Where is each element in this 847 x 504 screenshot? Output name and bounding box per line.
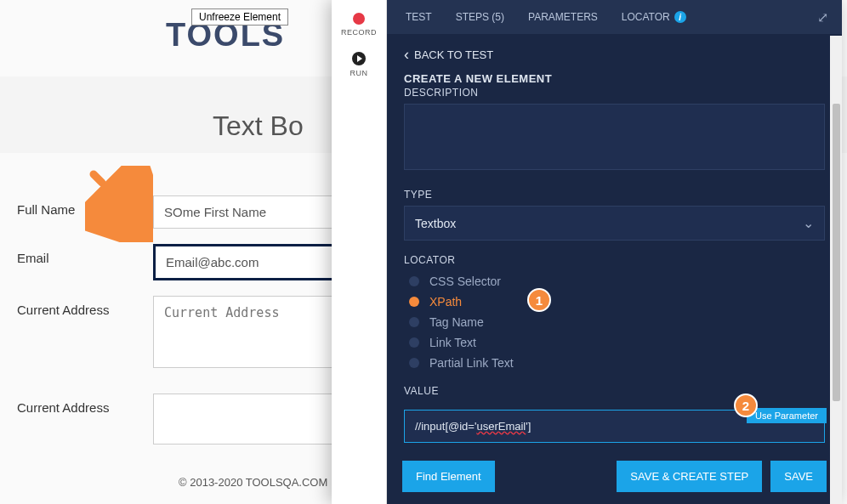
record-button[interactable]: RECORD: [341, 13, 377, 37]
tab-locator-label: LOCATOR: [622, 11, 670, 23]
type-select-value: Textbox: [415, 217, 456, 230]
annotation-arrow-icon: [85, 166, 153, 242]
record-label: RECORD: [341, 28, 377, 37]
label-current-address-2: Current Address: [17, 394, 153, 415]
test-recorder-panel: RECORD RUN TEST STEPS (5) PARAMETERS LOC…: [332, 0, 842, 504]
run-button[interactable]: RUN: [350, 52, 368, 77]
tab-locator[interactable]: LOCATOR i: [610, 0, 698, 34]
type-select[interactable]: Textbox: [404, 206, 825, 241]
textarea-current-address[interactable]: [153, 296, 340, 368]
tab-steps[interactable]: STEPS (5): [444, 0, 516, 34]
textarea-current-address-2[interactable]: [153, 394, 340, 445]
label-description: DESCRIPTION: [404, 87, 825, 99]
use-parameter-button[interactable]: Use Parameter: [747, 408, 827, 423]
label-value: VALUE: [404, 385, 825, 397]
tooltip-unfreeze: Unfreeze Element: [191, 8, 288, 25]
save-create-step-button[interactable]: SAVE & CREATE STEP: [617, 461, 762, 492]
play-icon: [352, 52, 366, 65]
locator-option-css[interactable]: CSS Selector: [409, 271, 825, 292]
back-to-test-link[interactable]: BACK TO TEST: [404, 46, 825, 64]
input-email[interactable]: [153, 244, 340, 280]
locator-option-tagname[interactable]: Tag Name: [409, 312, 825, 332]
info-icon: i: [674, 11, 686, 23]
locator-option-linktext[interactable]: Link Text: [409, 332, 825, 353]
label-current-address: Current Address: [17, 296, 153, 317]
save-button[interactable]: SAVE: [770, 461, 827, 492]
run-label: RUN: [350, 69, 368, 77]
find-element-button[interactable]: Find Element: [402, 461, 495, 492]
annotation-badge-2: 2: [734, 394, 758, 417]
collapse-icon[interactable]: ⤢: [810, 9, 835, 25]
annotation-badge-1: 1: [527, 288, 551, 312]
label-type: TYPE: [404, 189, 825, 201]
svg-line-2: [109, 190, 119, 200]
tab-test[interactable]: TEST: [394, 0, 444, 34]
record-icon: [353, 13, 365, 25]
scrollbar[interactable]: [830, 36, 842, 504]
input-fullname[interactable]: [153, 195, 340, 229]
panel-tabs: TEST STEPS (5) PARAMETERS LOCATOR i ⤢: [387, 0, 842, 34]
tab-parameters[interactable]: PARAMETERS: [516, 0, 610, 34]
page-title: Text Bo: [213, 110, 304, 142]
label-locator: LOCATOR: [404, 254, 825, 266]
locator-option-partiallink[interactable]: Partial Link Text: [409, 353, 825, 373]
form-container: Full Name Email Current Address Current …: [17, 195, 340, 460]
svg-line-3: [123, 204, 143, 224]
label-email: Email: [17, 244, 153, 265]
svg-line-1: [94, 174, 102, 183]
description-textarea[interactable]: [404, 104, 825, 170]
locator-option-xpath[interactable]: XPath: [409, 292, 825, 312]
create-element-title: CREATE A NEW ELEMENT: [404, 72, 825, 85]
